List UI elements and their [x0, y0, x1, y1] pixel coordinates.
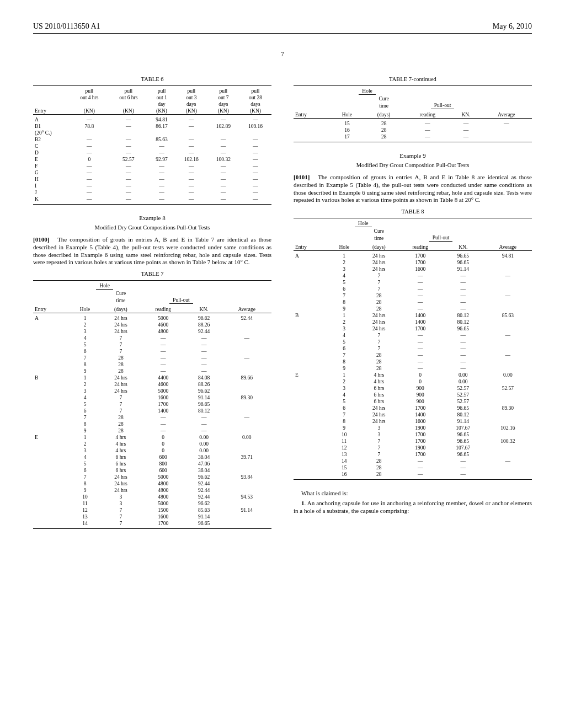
- table6-title: TABLE 6: [33, 76, 271, 82]
- left-column: TABLE 6 pullpullpullpullpullpullout 4 hr…: [33, 72, 271, 537]
- table7-title: TABLE 7: [33, 271, 271, 277]
- para-text: The composition of grouts in entries A, …: [294, 174, 532, 203]
- example8-subtitle: Modified Dry Grout Compositions Pull-Out…: [33, 224, 271, 231]
- example8-title: Example 8: [33, 215, 271, 221]
- para-number: [0100]: [33, 236, 49, 243]
- para-text: The composition of grouts in entries A, …: [33, 236, 271, 265]
- header-rule: [33, 33, 532, 34]
- right-column: TABLE 7-continued HoleCuretimePull-outEn…: [294, 72, 532, 537]
- table8-title: TABLE 8: [294, 208, 532, 215]
- table7: HoleCuretimePull-outEntryHole(days)readi…: [33, 280, 271, 529]
- claim-text: . An anchoring capsule for use in anchor…: [294, 500, 532, 514]
- table8: HoleCuretimePull-outEntryHole(days)readi…: [294, 218, 532, 480]
- table6: pullpullpullpullpullpullout 4 hrsout 6 h…: [33, 85, 271, 205]
- example9-paragraph: [0101] The composition of grouts in entr…: [294, 174, 532, 204]
- page-header: US 2010/0113650 A1 May 6, 2010: [33, 22, 532, 31]
- claim-1: 1. An anchoring capsule for use in ancho…: [294, 500, 532, 515]
- example9-subtitle: Modified Dry Grout Composition Pull-Out …: [294, 162, 532, 168]
- publication-date: May 6, 2010: [493, 22, 532, 31]
- para-number: [0101]: [294, 174, 310, 180]
- example8-paragraph: [0100] The composition of grouts in entr…: [33, 236, 271, 266]
- claims-intro: What is claimed is:: [294, 490, 532, 496]
- publication-number: US 2010/0113650 A1: [33, 22, 100, 31]
- table7c-title: TABLE 7-continued: [294, 76, 532, 82]
- table7-continued: HoleCuretimePull-outEntryHole(days)readi…: [294, 85, 532, 142]
- example9-title: Example 9: [294, 152, 532, 159]
- page-number: 7: [33, 50, 532, 58]
